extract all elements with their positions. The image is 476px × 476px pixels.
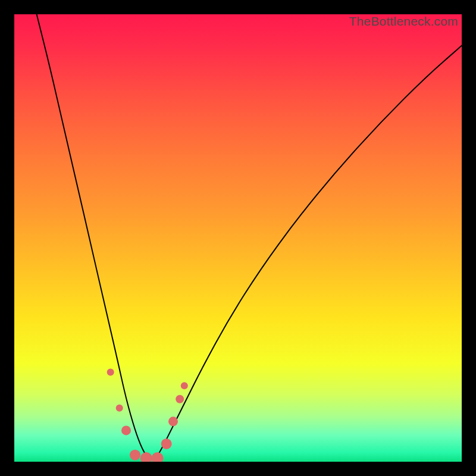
curve-marker [161, 439, 172, 449]
curve-marker [130, 450, 140, 461]
curve-marker [116, 405, 123, 412]
curve-markers [107, 369, 188, 462]
curve-marker [181, 382, 188, 389]
curve-marker [152, 452, 164, 462]
bottleneck-curve [37, 14, 462, 459]
plot-area [14, 14, 462, 462]
curve-marker [140, 452, 152, 462]
curve-marker [121, 425, 131, 435]
watermark-text: TheBottleneck.com [349, 14, 458, 29]
bottleneck-curve-path [37, 14, 462, 459]
curve-marker [107, 369, 114, 376]
curve-layer [14, 14, 462, 462]
curve-marker [168, 416, 178, 426]
curve-marker [176, 395, 184, 403]
chart-frame: TheBottleneck.com [14, 14, 462, 462]
